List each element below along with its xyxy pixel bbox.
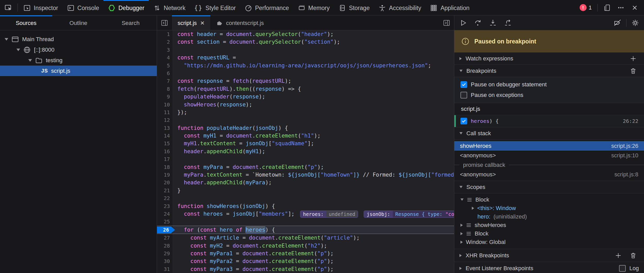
line-number-gutter[interactable]: 1 — [157, 30, 173, 38]
scopes-header[interactable]: Scopes — [454, 181, 644, 193]
code-line-text[interactable]: header.appendChild(myPara); — [173, 179, 454, 186]
code-line-text[interactable]: const section = document.querySelector("… — [173, 38, 454, 46]
code-line-text[interactable]: fetch(requestURL).then((response) => { — [173, 85, 454, 93]
call-stack-frame[interactable]: <anonymous>script.js:8 — [454, 170, 644, 179]
sidebar-tab-outline[interactable]: Outline — [52, 15, 105, 30]
line-number-gutter[interactable]: 17 — [157, 155, 173, 163]
chevron-right-icon[interactable] — [460, 224, 463, 227]
tree-item--8000[interactable]: [::]:8000 — [0, 44, 157, 55]
scope-row[interactable]: showHeroes — [454, 221, 644, 229]
expander-arrow[interactable] — [5, 38, 8, 41]
code-line-text[interactable]: const myH1 = document.createElement("h1"… — [173, 132, 454, 140]
line-number-gutter[interactable]: 23 — [157, 202, 173, 210]
line-number-gutter[interactable]: 27 — [157, 234, 173, 242]
line-number-gutter[interactable]: 16 — [157, 148, 173, 155]
line-number-gutter[interactable]: 6 — [157, 69, 173, 77]
code-line-text[interactable]: showHeroes(response); — [173, 101, 454, 108]
code-line-text[interactable]: }); — [173, 108, 454, 116]
collapse-sources-pane-button[interactable] — [157, 15, 172, 30]
code-line-text[interactable]: const myArticle = document.createElement… — [173, 234, 454, 242]
breakpoint-checkbox[interactable] — [460, 118, 467, 124]
inline-variable-preview[interactable]: heroes:undefined — [300, 211, 358, 218]
line-number-gutter[interactable]: 8 — [157, 85, 173, 93]
code-line-text[interactable]: const myPara1 = document.createElement("… — [173, 250, 454, 257]
line-number-gutter[interactable]: 10 — [157, 101, 173, 108]
code-line-text[interactable]: for (const hero of heroes) { — [173, 226, 454, 234]
line-number-gutter[interactable]: 30 — [157, 257, 173, 265]
tab-contentscript-js[interactable]: contentscript.js — [210, 15, 269, 30]
expander-arrow[interactable] — [28, 59, 32, 62]
chevron-right-icon[interactable] — [460, 241, 463, 244]
scope-row[interactable]: Block — [454, 229, 644, 238]
line-number-gutter[interactable]: 2 — [157, 38, 173, 46]
line-number-gutter[interactable]: 15 — [157, 140, 173, 147]
tree-item-script-js[interactable]: JSscript.js — [0, 66, 157, 76]
code-line-text[interactable]: "https://mdn.github.io/learning-area/jav… — [173, 62, 454, 69]
toolbar-tab-network[interactable]: Network — [149, 0, 190, 15]
code-line-text[interactable]: const heroes = jsonObj["members"];heroes… — [173, 210, 454, 218]
line-number-gutter[interactable]: 14 — [157, 132, 173, 140]
code-line-text[interactable] — [173, 116, 454, 124]
toolbar-tab-application[interactable]: Application — [425, 0, 474, 15]
toolbar-tab-accessibility[interactable]: Accessibility — [374, 0, 425, 15]
scope-row[interactable]: hero: (uninitialized) — [454, 212, 644, 221]
code-line-text[interactable]: const myPara = document.createElement("p… — [173, 163, 454, 171]
pick-element-button[interactable] — [0, 0, 16, 15]
xhr-breakpoints-header[interactable]: XHR Breakpoints — [454, 249, 644, 262]
code-editor-area[interactable]: 1const header = document.querySelector("… — [157, 30, 454, 273]
line-number-gutter[interactable]: 25 — [157, 218, 173, 225]
line-number-gutter[interactable]: 18 — [157, 163, 173, 171]
code-line-text[interactable]: function populateHeader(jsonObj) { — [173, 124, 454, 132]
log-events-checkbox[interactable] — [619, 265, 626, 272]
scope-row[interactable]: Window: Global — [454, 238, 644, 246]
chevron-right-icon[interactable] — [472, 207, 474, 210]
inline-variable-preview[interactable]: jsonObj:Response { type: "cor — [364, 211, 454, 218]
line-number-gutter[interactable]: 11 — [157, 108, 173, 116]
chevron-down-icon[interactable] — [460, 198, 464, 201]
call-stack-frame[interactable]: showHeroesscript.js:26 — [454, 141, 644, 151]
code-line-text[interactable]: const requestURL = — [173, 54, 454, 61]
step-out-button[interactable] — [502, 17, 514, 29]
toolbar-tab-debugger[interactable]: Debugger — [103, 0, 149, 15]
close-devtools-button[interactable] — [629, 2, 640, 13]
scope-row[interactable]: Block — [454, 195, 644, 204]
line-number-gutter[interactable]: 5 — [157, 62, 173, 69]
toolbar-tab-performance[interactable]: Performance — [240, 0, 293, 15]
code-line-text[interactable] — [173, 69, 454, 77]
call-stack-header[interactable]: Call stack — [454, 127, 644, 140]
line-number-gutter[interactable]: 21 — [157, 187, 173, 194]
line-number-gutter[interactable]: 4 — [157, 54, 173, 61]
breakpoints-header[interactable]: Breakpoints — [454, 65, 644, 77]
debugger-settings-button[interactable] — [630, 17, 641, 29]
unchecked-checkbox[interactable] — [460, 92, 467, 98]
remove-all-breakpoints-button[interactable] — [628, 65, 639, 77]
add-xhr-breakpoint-button[interactable] — [613, 250, 624, 261]
meatball-menu-button[interactable] — [615, 2, 626, 13]
line-number-gutter[interactable]: 28 — [157, 242, 173, 250]
code-line-text[interactable]: const response = fetch(requestURL); — [173, 77, 454, 85]
scope-row[interactable]: <this>: Window — [454, 204, 644, 212]
call-stack-frame[interactable]: <anonymous>script.js:10 — [454, 151, 644, 160]
toolbar-tab-style-editor[interactable]: {}Style Editor — [190, 0, 240, 15]
code-line-text[interactable]: myPara.textContent = `Hometown: ${jsonOb… — [173, 171, 454, 179]
checked-checkbox[interactable] — [460, 81, 467, 88]
expander-arrow[interactable] — [16, 49, 20, 51]
console-error-badge[interactable]: ! 1 — [578, 4, 594, 11]
line-number-gutter[interactable]: 22 — [157, 194, 173, 202]
toolbar-tab-storage[interactable]: Storage — [334, 0, 374, 15]
tree-item-main-thread[interactable]: Main Thread — [0, 34, 157, 44]
code-line-text[interactable] — [173, 155, 454, 163]
code-line-text[interactable]: const myPara2 = document.createElement("… — [173, 257, 454, 265]
step-over-button[interactable] — [472, 17, 484, 29]
responsive-design-mode-button[interactable] — [601, 2, 613, 13]
step-in-button[interactable] — [487, 17, 499, 29]
line-number-gutter[interactable]: 31 — [157, 265, 173, 273]
line-number-gutter[interactable]: 7 — [157, 77, 173, 85]
line-number-gutter[interactable]: 26 — [157, 226, 173, 234]
code-line-text[interactable]: myH1.textContent = jsonObj["squadName"]; — [173, 140, 454, 147]
line-number-gutter[interactable]: 24 — [157, 210, 173, 218]
code-line-text[interactable]: populateHeader(response); — [173, 93, 454, 101]
code-line-text[interactable]: const header = document.querySelector("h… — [173, 30, 454, 38]
remove-xhr-breakpoints-button[interactable] — [628, 250, 639, 261]
code-line-text[interactable]: } — [173, 187, 454, 194]
